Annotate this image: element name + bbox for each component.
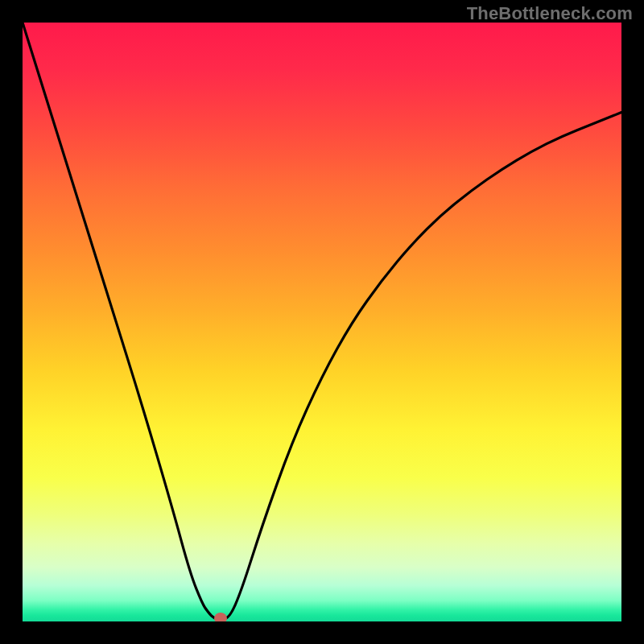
chart-frame: TheBottleneck.com [0, 0, 644, 644]
optimum-marker-icon [214, 613, 227, 621]
watermark-text: TheBottleneck.com [467, 3, 633, 24]
plot-area [23, 23, 621, 621]
bottleneck-curve [23, 23, 621, 621]
